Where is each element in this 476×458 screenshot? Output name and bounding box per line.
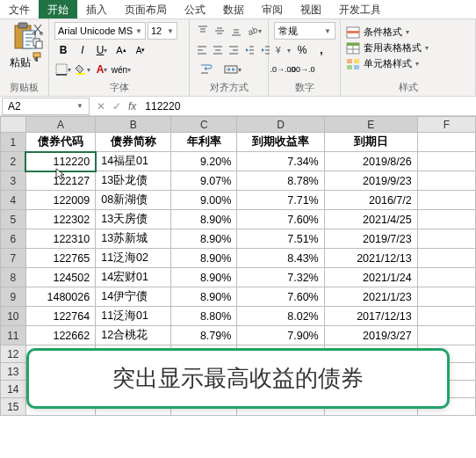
col-header[interactable]: D [237, 117, 324, 133]
wrap-text-button[interactable] [195, 61, 218, 78]
row-header[interactable]: 1 [1, 133, 26, 152]
cell[interactable]: 7.51% [237, 229, 324, 249]
number-format-select[interactable]: 常规▼ [274, 22, 335, 40]
cell[interactable]: 2019/8/26 [324, 152, 417, 171]
cell[interactable]: 13天房债 [96, 210, 171, 229]
row-header[interactable]: 8 [1, 268, 26, 287]
cell[interactable]: 2019/3/27 [324, 326, 417, 345]
align-right-button[interactable] [227, 41, 241, 59]
row-header[interactable]: 15 [1, 398, 26, 416]
fill-color-button[interactable]: ▾ [74, 61, 91, 78]
cell[interactable] [417, 210, 475, 229]
percent-format-button[interactable]: % [293, 41, 311, 59]
row-header[interactable]: 12 [1, 345, 26, 363]
cell[interactable]: 12合桃花 [96, 326, 171, 345]
font-size-select[interactable]: 12▼ [148, 22, 177, 40]
cell[interactable]: 14伊宁债 [96, 287, 171, 307]
col-header[interactable]: C [171, 117, 237, 133]
format-painter-icon[interactable] [32, 51, 44, 63]
worksheet[interactable]: ABCDEF1债券代码债券简称年利率到期收益率到期日211222014福星019… [0, 116, 476, 416]
row-header[interactable]: 14 [1, 381, 26, 398]
cell[interactable]: 2017/12/13 [324, 307, 417, 326]
cell[interactable]: 8.80% [171, 307, 237, 326]
tab-5[interactable]: 数据 [214, 0, 253, 18]
row-header[interactable]: 10 [1, 307, 26, 326]
cell[interactable]: 8.90% [171, 229, 237, 249]
table-format-button[interactable]: 套用表格格式▾ [346, 41, 470, 55]
italic-button[interactable]: I [74, 41, 91, 59]
cell[interactable]: 14宏财01 [96, 268, 171, 287]
cell[interactable]: 7.60% [237, 287, 324, 307]
indent-dec-button[interactable] [242, 41, 256, 59]
cell[interactable]: 8.90% [171, 210, 237, 229]
cell[interactable]: 14福星01 [96, 152, 171, 171]
row-header[interactable]: 5 [1, 210, 26, 229]
cell[interactable] [417, 249, 475, 268]
underline-button[interactable]: U▾ [93, 41, 111, 59]
cell[interactable]: 13卧龙债 [96, 171, 171, 191]
accounting-format-button[interactable]: ¥▾ [274, 41, 292, 59]
cell[interactable]: 7.90% [237, 326, 324, 345]
cell[interactable]: 7.34% [237, 152, 324, 171]
cell[interactable]: 122764 [25, 307, 95, 326]
cell[interactable]: 2019/7/23 [324, 229, 417, 249]
row-header[interactable]: 3 [1, 171, 26, 191]
shrink-font-button[interactable]: A▾ [132, 41, 149, 59]
table-header-cell[interactable]: 债券简称 [96, 133, 171, 152]
cell[interactable] [417, 268, 475, 287]
col-header[interactable]: F [417, 117, 475, 133]
cell[interactable]: 1480026 [25, 287, 95, 307]
row-header[interactable]: 11 [1, 326, 26, 345]
cell-style-button[interactable]: 单元格样式▾ [346, 57, 470, 70]
grow-font-button[interactable]: A▴ [112, 41, 130, 59]
cell[interactable]: 122302 [25, 210, 95, 229]
row-header[interactable]: 7 [1, 249, 26, 268]
tab-0[interactable]: 文件 [0, 0, 39, 18]
align-top-button[interactable] [195, 22, 210, 40]
col-header[interactable]: B [96, 117, 171, 133]
cell[interactable]: 8.90% [171, 268, 237, 287]
bold-button[interactable]: B [54, 41, 72, 59]
row-header[interactable]: 4 [1, 191, 26, 210]
font-color-button[interactable]: A▾ [93, 61, 111, 78]
cell[interactable]: 8.90% [171, 249, 237, 268]
cell[interactable]: 122662 [25, 326, 95, 345]
tab-7[interactable]: 视图 [292, 0, 330, 18]
fx-icon[interactable]: fx [125, 100, 140, 113]
cell[interactable]: 13苏新城 [96, 229, 171, 249]
cell[interactable]: 2016/7/2 [324, 191, 417, 210]
font-name-select[interactable]: Arial Unicode MS▼ [54, 22, 146, 40]
cell[interactable] [417, 287, 475, 307]
align-center-button[interactable] [211, 41, 225, 59]
cell[interactable]: 11泛海01 [96, 307, 171, 326]
cell[interactable]: 7.32% [237, 268, 324, 287]
cell[interactable]: 2019/9/23 [324, 171, 417, 191]
align-middle-button[interactable] [212, 22, 227, 40]
cell[interactable]: 8.79% [171, 326, 237, 345]
table-header-cell[interactable]: 债券代码 [25, 133, 95, 152]
cell[interactable]: 8.02% [237, 307, 324, 326]
cancel-formula-icon[interactable]: ✕ [93, 100, 109, 113]
col-header[interactable]: E [324, 117, 417, 133]
cell[interactable]: 7.60% [237, 210, 324, 229]
cell[interactable] [417, 307, 475, 326]
paste-label[interactable]: 粘贴 [10, 55, 31, 70]
cell[interactable]: 8.78% [237, 171, 324, 191]
cell[interactable]: 2021/4/25 [324, 210, 417, 229]
copy-icon[interactable] [32, 37, 44, 49]
align-bottom-button[interactable] [228, 22, 243, 40]
cell[interactable]: 124502 [25, 268, 95, 287]
cell[interactable]: 11泛海02 [96, 249, 171, 268]
border-button[interactable]: ▾ [54, 61, 72, 78]
cell[interactable]: 2021/1/24 [324, 268, 417, 287]
decrease-decimal-button[interactable]: .00→.0 [293, 61, 311, 78]
cell[interactable]: 7.71% [237, 191, 324, 210]
accept-formula-icon[interactable]: ✓ [109, 100, 125, 113]
select-all-corner[interactable] [1, 117, 26, 133]
formula-input[interactable]: 112220 [140, 98, 476, 114]
cell[interactable] [417, 229, 475, 249]
cell[interactable] [417, 133, 475, 152]
table-header-cell[interactable]: 到期日 [324, 133, 417, 152]
tab-6[interactable]: 审阅 [253, 0, 292, 18]
cell[interactable]: 122310 [25, 229, 95, 249]
